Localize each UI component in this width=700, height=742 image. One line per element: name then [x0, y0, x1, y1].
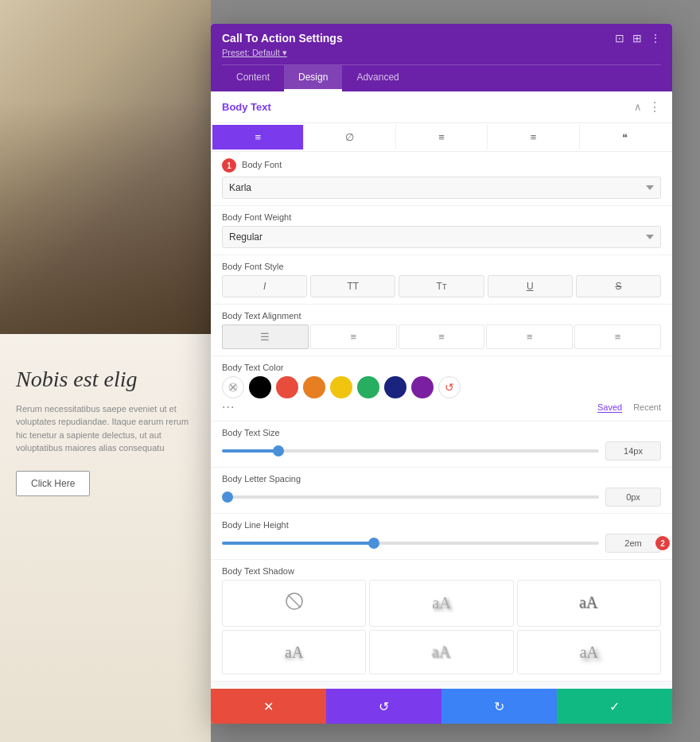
color-reset-button[interactable]: ↺: [438, 376, 461, 398]
save-button[interactable]: ✓: [557, 689, 672, 724]
body-text-size-field: Body Text Size 14px: [211, 422, 672, 468]
color-yellow[interactable]: [330, 376, 352, 398]
body-font-weight-select[interactable]: Regular Bold Light SemiBold: [222, 226, 661, 248]
text-format-icon-row: ≡ ∅ ≡ ≡ ❝: [211, 123, 672, 152]
redo-button[interactable]: ↻: [441, 689, 557, 724]
shadow-style-4-btn[interactable]: aA: [369, 630, 513, 674]
body-font-select[interactable]: Karla Arial Georgia Verdana: [222, 177, 661, 199]
body-font-weight-field: Body Font Weight Regular Bold Light Semi…: [211, 206, 672, 255]
shadow-style-1-btn[interactable]: aA: [369, 580, 513, 627]
color-swatches-row: ↺: [222, 376, 661, 398]
shadow-2-icon: aA: [580, 594, 598, 612]
ordered-list-icon[interactable]: ≡: [488, 125, 579, 150]
line-height-badge: 2: [655, 536, 670, 550]
text-size-slider[interactable]: [222, 449, 599, 453]
color-red[interactable]: [276, 376, 298, 398]
align-left-btn[interactable]: ☰: [222, 324, 309, 349]
line-height-slider[interactable]: [222, 542, 599, 545]
shadow-style-3-btn[interactable]: aA: [222, 630, 366, 674]
align-left-icon[interactable]: ≡: [212, 125, 304, 150]
letter-spacing-value: 0px: [605, 488, 661, 507]
lowercase-btn[interactable]: Tт: [399, 275, 484, 297]
panel-header: Call To Action Settings ⊡ ⊞ ⋮ Preset: De…: [211, 24, 672, 91]
body-text-shadow-label: Body Text Shadow: [222, 566, 661, 576]
body-letter-spacing-label: Body Letter Spacing: [222, 474, 661, 484]
save-icon: ✓: [609, 699, 620, 714]
panel-footer: ✕ ↺ ↻ ✓: [211, 689, 672, 724]
tab-advanced[interactable]: Advanced: [342, 65, 413, 91]
section-header-icons: ∧ ⋮: [634, 99, 661, 115]
body-font-field: 1 Body Font Karla Arial Georgia Verdana: [211, 152, 672, 206]
section-title: Body Text: [222, 101, 271, 113]
shadow-none-btn[interactable]: [222, 580, 366, 627]
body-text-section-header: Body Text ∧ ⋮: [211, 91, 672, 123]
body-line-height-label: Body Line Height: [222, 520, 661, 530]
body-text-size-label: Body Text Size: [222, 428, 661, 437]
more-icon[interactable]: ⋮: [650, 32, 661, 45]
body-font-label: 1 Body Font: [222, 158, 661, 173]
bg-photo-top: [0, 0, 211, 334]
text-align-buttons: ☰ ≡ ≡ ≡ ≡: [222, 324, 661, 349]
color-orange[interactable]: [303, 376, 325, 398]
title-icons: ⊡ ⊞ ⋮: [615, 32, 661, 45]
align-center-icon[interactable]: ≡: [396, 125, 488, 150]
more-colors-dots[interactable]: ···: [222, 400, 235, 414]
align-justify-btn[interactable]: ≡: [486, 324, 573, 349]
color-green[interactable]: [357, 376, 379, 398]
color-purple[interactable]: [411, 376, 434, 398]
body-text-color-field: Body Text Color ↺ ··· Saved Recent: [211, 356, 672, 422]
shadow-1-icon: aA: [432, 594, 450, 612]
body-letter-spacing-field: Body Letter Spacing 0px: [211, 468, 672, 514]
preset-label: Preset: Default ▾: [222, 48, 661, 58]
cancel-icon: ✕: [263, 699, 274, 714]
section-more-icon[interactable]: ⋮: [648, 99, 661, 115]
body-line-height-field: Body Line Height 2em 2: [211, 514, 672, 560]
align-center-btn[interactable]: ≡: [310, 324, 397, 349]
recent-color-tab[interactable]: Recent: [633, 402, 661, 412]
quote-icon[interactable]: ❝: [580, 125, 671, 150]
align-none-btn[interactable]: ≡: [574, 324, 661, 349]
strikethrough-icon[interactable]: ∅: [304, 125, 395, 150]
align-right-btn[interactable]: ≡: [399, 324, 485, 349]
shadow-style-5-btn[interactable]: aA: [517, 630, 661, 674]
panel-title: Call To Action Settings: [222, 32, 343, 45]
text-size-slider-row: 14px: [222, 441, 661, 460]
shadow-buttons-grid: aA aA aA aA aA: [222, 580, 661, 674]
svg-line-2: [288, 595, 301, 608]
font-style-buttons: I TT Tт U S: [222, 275, 661, 297]
click-here-button[interactable]: Click Here: [16, 471, 90, 496]
body-text-color-label: Body Text Color: [222, 363, 661, 372]
body-text-alignment-field: Body Text Alignment ☰ ≡ ≡ ≡ ≡: [211, 305, 672, 356]
body-text-alignment-label: Body Text Alignment: [222, 311, 661, 320]
saved-color-tab[interactable]: Saved: [597, 402, 622, 413]
shadow-style-2-btn[interactable]: aA: [517, 580, 661, 627]
tab-content[interactable]: Content: [222, 65, 284, 91]
panel-body: Body Text ∧ ⋮ ≡ ∅ ≡ ≡ ❝ 1 Body Font Karl…: [211, 91, 672, 689]
line-height-value: 2em 2: [605, 534, 661, 553]
text-size-value: 14px: [605, 441, 661, 460]
body-text-shadow-field: Body Text Shadow aA aA aA aA: [211, 560, 672, 682]
redo-icon: ↻: [494, 699, 504, 714]
color-black[interactable]: [249, 376, 271, 398]
columns-icon[interactable]: ⊞: [632, 32, 642, 45]
color-picker-button[interactable]: [222, 376, 244, 398]
shadow-none-icon: [285, 592, 304, 615]
uppercase-btn[interactable]: TT: [310, 275, 395, 297]
italic-btn[interactable]: I: [222, 275, 307, 297]
background-image: Nobis est elig Rerum necessitatibus saep…: [0, 0, 211, 742]
bg-content-bottom: Nobis est elig Rerum necessitatibus saep…: [0, 334, 211, 742]
section-collapse-icon[interactable]: ∧: [634, 101, 642, 113]
preset-text[interactable]: Preset: Default ▾: [222, 48, 287, 57]
undo-icon: ↺: [379, 699, 389, 714]
strikethrough-btn[interactable]: S: [576, 275, 661, 297]
line-height-slider-row: 2em 2: [222, 534, 661, 553]
color-dark-blue[interactable]: [384, 376, 406, 398]
bg-body-text: Rerum necessitatibus saepe eveniet ut et…: [16, 402, 195, 455]
undo-button[interactable]: ↺: [326, 689, 441, 724]
window-icon[interactable]: ⊡: [615, 32, 624, 45]
letter-spacing-slider[interactable]: [222, 495, 599, 499]
underline-btn[interactable]: U: [488, 275, 573, 297]
body-font-weight-label: Body Font Weight: [222, 212, 661, 222]
cancel-button[interactable]: ✕: [211, 689, 326, 724]
tab-design[interactable]: Design: [284, 65, 342, 91]
